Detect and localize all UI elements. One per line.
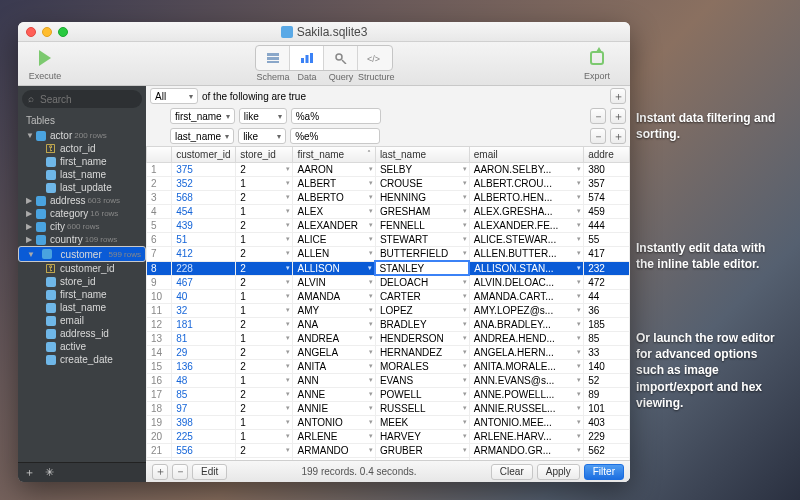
row-number[interactable]: 14 xyxy=(147,346,172,360)
table-row[interactable]: 10401▾AMANDA▾CARTER▾AMANDA.CART...▾44 xyxy=(147,290,630,304)
filter-op-select[interactable]: like▾ xyxy=(238,128,286,144)
cell-dropdown-icon[interactable]: ▾ xyxy=(463,348,467,356)
cell-email[interactable]: ALBERTO.HEN...▾ xyxy=(469,191,583,205)
row-number[interactable]: 1 xyxy=(147,163,172,177)
cell-email[interactable]: ANDREA.HEND...▾ xyxy=(469,332,583,346)
table-row[interactable]: 202251▾ARLENE▾HARVEY▾ARLENE.HARV...▾229 xyxy=(147,430,630,444)
cell-dropdown-icon[interactable]: ▾ xyxy=(369,193,373,201)
column-header-store_id[interactable]: store_id xyxy=(236,147,293,163)
cell-last-name[interactable]: HENDERSON▾ xyxy=(375,332,469,346)
cell-customer-id[interactable]: 524 xyxy=(172,458,236,461)
cell-customer-id[interactable]: 467 xyxy=(172,275,236,290)
cell-store-id[interactable]: 2▾ xyxy=(236,219,293,233)
cell-dropdown-icon[interactable]: ▾ xyxy=(369,165,373,173)
cell-dropdown-icon[interactable]: ▾ xyxy=(286,193,290,201)
row-number[interactable]: 21 xyxy=(147,444,172,458)
column-header-customer_id[interactable]: customer_id xyxy=(172,147,236,163)
cell-store-id[interactable]: 1▾ xyxy=(236,374,293,388)
cell-customer-id[interactable]: 225 xyxy=(172,430,236,444)
cell-last-name[interactable]: STEWART▾ xyxy=(375,233,469,247)
cell-dropdown-icon[interactable]: ▾ xyxy=(286,320,290,328)
row-number[interactable]: 2 xyxy=(147,177,172,191)
cell-dropdown-icon[interactable]: ▾ xyxy=(369,376,373,384)
tab-structure[interactable]: </> xyxy=(358,46,392,70)
data-grid-scroll[interactable]: customer_idstore_idfirst_name˄last_namee… xyxy=(146,147,630,460)
filter-add-group-button[interactable]: ＋ xyxy=(610,88,626,104)
cell-dropdown-icon[interactable]: ▾ xyxy=(577,306,581,314)
cell-dropdown-icon[interactable]: ▾ xyxy=(463,278,467,286)
cell-first-name[interactable]: ARLENE▾ xyxy=(293,430,375,444)
row-number[interactable]: 7 xyxy=(147,247,172,262)
cell-dropdown-icon[interactable]: ▾ xyxy=(577,390,581,398)
cell-dropdown-icon[interactable]: ▾ xyxy=(369,249,373,257)
cell-dropdown-icon[interactable]: ▾ xyxy=(286,432,290,440)
execute-button[interactable]: Execute xyxy=(26,46,64,81)
cell-store-id[interactable]: 1▾ xyxy=(236,430,293,444)
cell-dropdown-icon[interactable]: ▾ xyxy=(286,221,290,229)
cell-last-name[interactable]: CARTER▾ xyxy=(375,290,469,304)
disclosure-icon[interactable]: ▼ xyxy=(26,131,34,140)
cell-dropdown-icon[interactable]: ▾ xyxy=(577,278,581,286)
table-row[interactable]: 13811▾ANDREA▾HENDERSON▾ANDREA.HEND...▾85 xyxy=(147,332,630,346)
cell-customer-id[interactable]: 136 xyxy=(172,360,236,374)
table-row[interactable]: 23521▾ALBERT▾CROUSE▾ALBERT.CROU...▾357 xyxy=(147,177,630,191)
cell-address-id[interactable]: 89 xyxy=(584,388,630,402)
column-last_name[interactable]: last_name xyxy=(18,301,146,314)
cell-store-id[interactable]: 1▾ xyxy=(236,332,293,346)
cell-dropdown-icon[interactable]: ▾ xyxy=(463,320,467,328)
cell-first-name[interactable]: AMANDA▾ xyxy=(293,290,375,304)
cell-dropdown-icon[interactable]: ▾ xyxy=(463,249,467,257)
cell-first-name[interactable]: ANNIE▾ xyxy=(293,402,375,416)
cell-dropdown-icon[interactable]: ▾ xyxy=(463,334,467,342)
cell-first-name[interactable]: ALBERT▾ xyxy=(293,177,375,191)
cell-dropdown-icon[interactable]: ▾ xyxy=(369,235,373,243)
cell-first-name[interactable]: ALLEN▾ xyxy=(293,247,375,262)
cell-last-name[interactable]: HAVENS▾ xyxy=(375,458,469,461)
cell-email[interactable]: ANA.BRADLEY...▾ xyxy=(469,318,583,332)
cell-customer-id[interactable]: 454 xyxy=(172,205,236,219)
cell-address-id[interactable]: 417 xyxy=(584,247,630,262)
cell-last-name[interactable]: EVANS▾ xyxy=(375,374,469,388)
cell-dropdown-icon[interactable]: ▾ xyxy=(369,320,373,328)
cell-last-name[interactable]: HERNANDEZ▾ xyxy=(375,346,469,360)
cell-first-name[interactable]: ALLISON▾ xyxy=(293,261,375,275)
cell-last-name[interactable]: HENNING▾ xyxy=(375,191,469,205)
cell-last-name[interactable]: CROUSE▾ xyxy=(375,177,469,191)
cell-email[interactable]: ALLEN.BUTTER...▾ xyxy=(469,247,583,262)
sidebar-settings-button[interactable]: ✳ xyxy=(45,466,54,479)
cell-first-name[interactable]: ANA▾ xyxy=(293,318,375,332)
cell-first-name[interactable]: ANITA▾ xyxy=(293,360,375,374)
cell-store-id[interactable]: 1▾ xyxy=(236,416,293,430)
cell-first-name[interactable]: ALEXANDER▾ xyxy=(293,219,375,233)
cell-dropdown-icon[interactable]: ▾ xyxy=(577,334,581,342)
disclosure-icon[interactable]: ▶ xyxy=(26,196,34,205)
cell-dropdown-icon[interactable]: ▾ xyxy=(369,306,373,314)
cell-dropdown-icon[interactable]: ▾ xyxy=(286,418,290,426)
filter-remove-rule-button[interactable]: － xyxy=(590,128,606,144)
disclosure-icon[interactable]: ▶ xyxy=(26,235,34,244)
row-number[interactable]: 17 xyxy=(147,388,172,402)
disclosure-icon[interactable]: ▼ xyxy=(27,250,35,259)
row-number[interactable]: 8 xyxy=(147,261,172,275)
cell-customer-id[interactable]: 228 xyxy=(172,261,236,275)
cell-dropdown-icon[interactable]: ▾ xyxy=(286,264,290,272)
cell-first-name[interactable]: ALBERTO▾ xyxy=(293,191,375,205)
cell-dropdown-icon[interactable]: ▾ xyxy=(286,306,290,314)
cell-first-name[interactable]: ANTONIO▾ xyxy=(293,416,375,430)
column-first_name[interactable]: first_name xyxy=(18,288,146,301)
cell-dropdown-icon[interactable]: ▾ xyxy=(577,418,581,426)
filter-remove-rule-button[interactable]: － xyxy=(590,108,606,124)
filter-scope-select[interactable]: All▾ xyxy=(150,88,198,104)
cell-address-id[interactable]: 380 xyxy=(584,163,630,177)
cell-last-name[interactable]: FENNELL▾ xyxy=(375,219,469,233)
table-city[interactable]: ▶city 600 rows xyxy=(18,220,146,233)
table-country[interactable]: ▶country 109 rows xyxy=(18,233,146,246)
cell-store-id[interactable]: 2▾ xyxy=(236,163,293,177)
cell-first-name[interactable]: ANN▾ xyxy=(293,374,375,388)
cell-first-name[interactable]: ALEX▾ xyxy=(293,205,375,219)
cell-customer-id[interactable]: 85 xyxy=(172,388,236,402)
cell-store-id[interactable]: 2▾ xyxy=(236,402,293,416)
column-actor_id[interactable]: ⚿actor_id xyxy=(18,142,146,155)
cell-first-name[interactable]: ANDREA▾ xyxy=(293,332,375,346)
cell-dropdown-icon[interactable]: ▾ xyxy=(369,390,373,398)
